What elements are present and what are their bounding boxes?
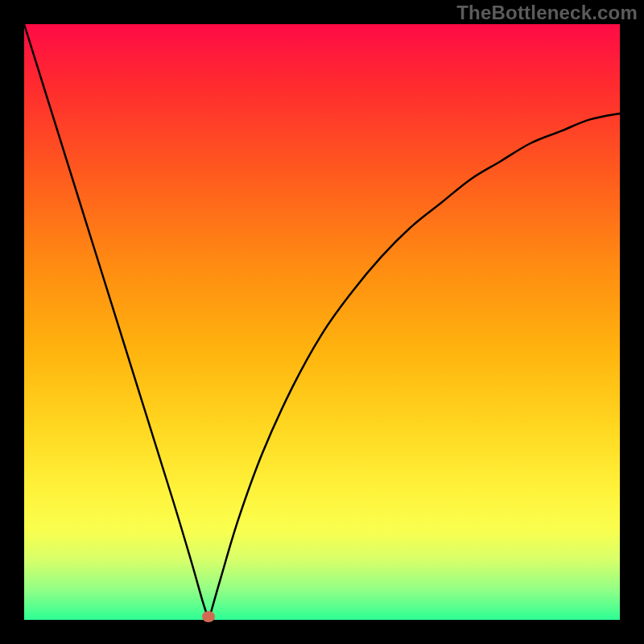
- curve-right-branch: [208, 114, 620, 620]
- plot-area: [24, 24, 620, 620]
- curve-left-branch: [24, 24, 208, 620]
- bottleneck-curve: [24, 24, 620, 620]
- minimum-marker: [202, 611, 215, 622]
- watermark-text: TheBottleneck.com: [456, 2, 638, 24]
- chart-frame: TheBottleneck.com: [0, 0, 644, 644]
